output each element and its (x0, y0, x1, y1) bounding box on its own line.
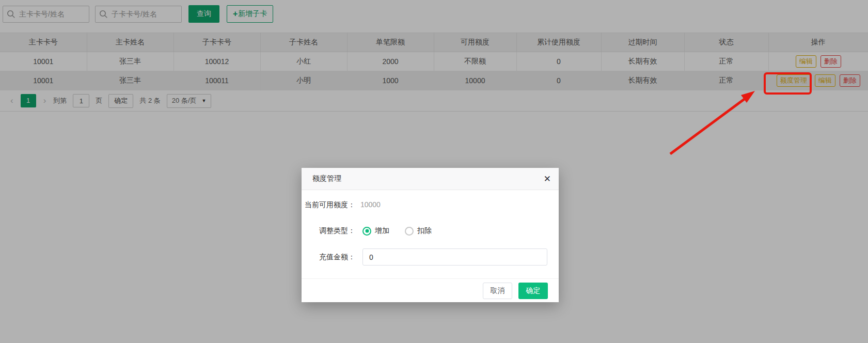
recharge-amount-label: 充值金额： (302, 253, 355, 262)
radio-deduct-label: 扣除 (417, 226, 432, 236)
adjust-type-row: 调整类型： 增加 扣除 (302, 226, 432, 236)
recharge-amount-input[interactable] (362, 248, 547, 266)
dialog-footer: 取消 确定 (302, 278, 559, 302)
dialog-header: 额度管理 ✕ (302, 168, 559, 190)
radio-deduct[interactable]: 扣除 (405, 226, 432, 236)
highlight-box-annotation (764, 72, 812, 95)
ok-button[interactable]: 确定 (518, 283, 548, 299)
current-quota-row: 当前可用额度： 10000 (302, 200, 381, 210)
current-quota-value: 10000 (360, 200, 381, 209)
dialog-title: 额度管理 (312, 174, 341, 183)
cancel-button[interactable]: 取消 (483, 283, 512, 299)
quota-manage-dialog: 额度管理 ✕ 当前可用额度： 10000 调整类型： 增加 扣除 充值金额： 取… (302, 168, 559, 302)
adjust-type-label: 调整类型： (302, 226, 355, 236)
radio-unselected-icon (405, 227, 414, 236)
radio-increase-label: 增加 (375, 226, 389, 236)
radio-selected-icon (362, 227, 371, 236)
radio-increase[interactable]: 增加 (362, 226, 389, 236)
current-quota-label: 当前可用额度： (302, 200, 355, 210)
recharge-amount-row: 充值金额： (302, 248, 547, 266)
close-icon[interactable]: ✕ (544, 175, 551, 183)
